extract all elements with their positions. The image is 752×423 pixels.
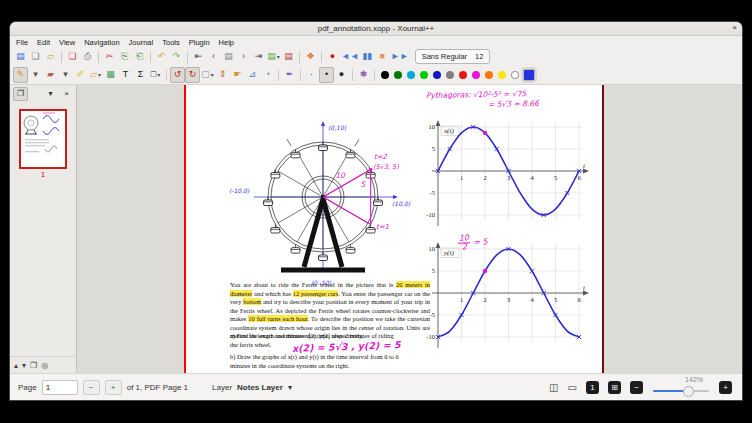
menu-plugin[interactable]: Plugin xyxy=(189,38,210,47)
page-number-input[interactable]: 1 xyxy=(42,380,78,395)
menu-view[interactable]: View xyxy=(59,38,75,47)
color-blue-button[interactable] xyxy=(433,71,441,79)
scroll-up-button[interactable]: ▴ xyxy=(14,361,18,370)
current-color-indicator[interactable] xyxy=(523,69,535,81)
color-gray-button[interactable] xyxy=(446,71,454,79)
dropdown-chevron-icon[interactable]: ▾ xyxy=(277,54,280,60)
zoom-slider-knob[interactable] xyxy=(683,386,694,397)
vertical-space-button[interactable]: ⇕ xyxy=(215,67,230,83)
color-red-button[interactable] xyxy=(459,71,467,79)
first-page-button[interactable]: ⇤ xyxy=(191,49,206,65)
eraser-options-dropdown[interactable]: ▾ xyxy=(58,67,73,83)
title-bar[interactable]: pdf_annotation.xopp - Xournal++ × xyxy=(10,22,742,36)
page-decrement-button[interactable]: − xyxy=(83,380,100,395)
text-tool-button[interactable]: T xyxy=(118,67,133,83)
compass-button[interactable]: ◔ xyxy=(260,67,275,83)
color-yellow-button[interactable] xyxy=(498,71,506,79)
menu-journal[interactable]: Journal xyxy=(129,38,154,47)
scroll-down-button[interactable]: ▾ xyxy=(22,361,26,370)
print-button[interactable]: ⎙ xyxy=(80,49,95,65)
cut-button[interactable]: ✂ xyxy=(102,49,117,65)
pen-options-dropdown[interactable]: ▾ xyxy=(28,67,43,83)
zoom-out-button[interactable]: − xyxy=(630,381,643,394)
color-dark-green-button[interactable] xyxy=(394,71,402,79)
menu-edit[interactable]: Edit xyxy=(37,38,50,47)
new-page-after-button[interactable]: ▤▾ xyxy=(266,49,281,65)
shape-tool-icon: □ xyxy=(151,70,156,79)
menu-file[interactable]: File xyxy=(16,38,28,47)
last-page-button[interactable]: ⇥ xyxy=(251,49,266,65)
sidebar-close-icon[interactable]: × xyxy=(60,88,73,100)
layer-dropdown-icon[interactable]: ▾ xyxy=(288,383,292,392)
previous-page-button[interactable]: ‹ xyxy=(206,49,221,65)
page-badge[interactable]: 1 xyxy=(586,381,599,394)
setsquare-button[interactable]: ⊿ xyxy=(245,67,260,83)
color-white-button[interactable] xyxy=(511,71,519,79)
pdf-page[interactable]: Pythagoras: √10²-5² = √75 = 5√3 ≈ 8.66 (… xyxy=(184,85,604,373)
page-increment-button[interactable]: + xyxy=(105,380,122,395)
color-magenta-button[interactable] xyxy=(472,71,480,79)
toolbar-separator xyxy=(321,51,322,63)
circular-arrow-right-button[interactable]: ↻ xyxy=(185,67,200,83)
zoom-in-button[interactable]: + xyxy=(719,381,732,394)
new-document-button[interactable]: ❏ xyxy=(28,49,43,65)
record-audio-button[interactable]: ● xyxy=(325,49,340,65)
t2-annotation: t=2 xyxy=(374,153,388,161)
save-button[interactable]: ▤ xyxy=(13,49,28,65)
presentation-mode-icon[interactable]: ▭ xyxy=(568,382,577,393)
open-folder-button[interactable]: ▱ xyxy=(43,49,58,65)
stop-button[interactable]: ■ xyxy=(375,49,390,65)
select-rectangle-button[interactable]: ▢▾ xyxy=(200,67,215,83)
font-selector-button[interactable]: Sans Regular12 xyxy=(415,49,491,64)
menu-tools[interactable]: Tools xyxy=(162,38,180,47)
circular-arrow-left-button[interactable]: ↺ xyxy=(170,67,185,83)
pen-fine-button[interactable]: · xyxy=(304,67,319,83)
layer-value[interactable]: Notes Layer xyxy=(237,383,283,392)
redo-button[interactable]: ↷ xyxy=(169,49,184,65)
two-page-view-icon[interactable]: ◫ xyxy=(549,382,558,393)
page-thumbnail[interactable] xyxy=(19,109,67,169)
highlighter-tool-button[interactable]: ✐ xyxy=(73,67,88,83)
dropdown-chevron-icon[interactable]: ▾ xyxy=(157,72,160,78)
forward-button[interactable]: ►► xyxy=(390,49,410,65)
hand-tool-button[interactable]: ☛ xyxy=(230,67,245,83)
color-orange-button[interactable] xyxy=(485,71,493,79)
select-object-tool-button[interactable]: ▱▾ xyxy=(88,67,103,83)
math-tex-button[interactable]: Σ xyxy=(133,67,148,83)
fullscreen-button[interactable]: ❖ xyxy=(303,49,318,65)
document-canvas[interactable]: Pythagoras: √10²-5² = √75 = 5√3 ≈ 8.66 (… xyxy=(77,85,742,373)
goto-page-button[interactable]: ▤ xyxy=(221,49,236,65)
dropdown-chevron-icon[interactable]: ▾ xyxy=(98,72,101,78)
sidebar-collapse-icon[interactable]: ▾ xyxy=(44,88,57,100)
dropdown-chevron-icon[interactable]: ▾ xyxy=(211,72,214,78)
zoom-fit-button[interactable]: ⊞ xyxy=(608,381,621,394)
color-palette-button[interactable]: ✱ xyxy=(356,67,371,83)
pen-tool-button[interactable]: ✎ xyxy=(13,67,28,83)
preview-settings-button[interactable]: ◎ xyxy=(41,361,48,370)
close-icon[interactable]: × xyxy=(732,23,737,32)
page-preview-toggle-icon[interactable]: ❐ xyxy=(13,87,28,101)
pause-button[interactable]: ▮▮ xyxy=(360,49,375,65)
menu-navigation[interactable]: Navigation xyxy=(84,38,119,47)
pen-thick-button[interactable]: ● xyxy=(334,67,349,83)
zoom-slider[interactable]: 142% xyxy=(653,377,709,397)
next-page-button[interactable]: › xyxy=(236,49,251,65)
eraser-tool-button[interactable]: ▰ xyxy=(43,67,58,83)
shape-tool-button[interactable]: □▾ xyxy=(148,67,163,83)
body-text: You are about to ride the Ferris wheel i… xyxy=(230,281,396,288)
color-black-button[interactable] xyxy=(381,71,389,79)
paste-button[interactable]: ⎗ xyxy=(132,49,147,65)
pen-medium-button[interactable]: • xyxy=(319,67,334,83)
rewind-button[interactable]: ◄◄ xyxy=(340,49,360,65)
undo-button[interactable]: ↶ xyxy=(154,49,169,65)
menu-help[interactable]: Help xyxy=(219,38,234,47)
color-light-blue-button[interactable] xyxy=(407,71,415,79)
duplicate-page-button[interactable]: ❐ xyxy=(30,361,37,370)
spline-tool-button[interactable]: ✒ xyxy=(282,67,297,83)
copy-button[interactable]: ⎘ xyxy=(117,49,132,65)
insert-image-button[interactable]: ▩ xyxy=(103,67,118,83)
delete-page-button[interactable]: ▤ xyxy=(281,49,296,65)
export-pdf-button[interactable]: ❏ xyxy=(65,49,80,65)
color-green-button[interactable] xyxy=(420,71,428,79)
svg-text:-5: -5 xyxy=(430,189,435,196)
